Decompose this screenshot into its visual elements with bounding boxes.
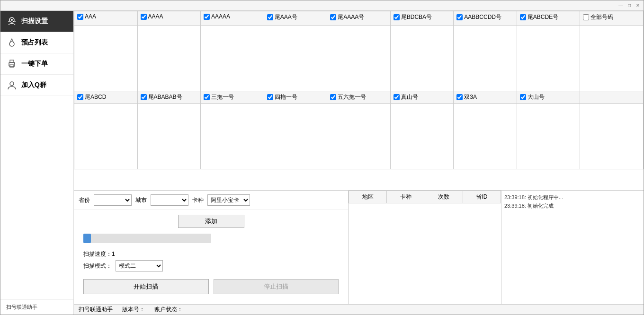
grid-header-all-code: 全部号码 (580, 11, 644, 26)
grid-header-tail-abcd: 尾ABCD (74, 91, 138, 104)
checkbox-text-da-shan: 大山号 (528, 93, 545, 101)
data-table-header-row: 地区 卡种 次数 省ID (349, 191, 501, 203)
checkbox-text-tail-abcde: 尾ABCDE号 (528, 13, 558, 21)
checkbox-text-tail-abcd: 尾ABCD (85, 93, 106, 101)
grid-cell-double-3a (454, 104, 517, 169)
grid-table: AAA AAAA (74, 11, 644, 169)
checkbox-aabbccdd[interactable] (456, 14, 463, 20)
data-table: 地区 卡种 次数 省ID (349, 191, 501, 203)
grid-cell-tail-abcde (517, 26, 580, 91)
grid-cell-tail-aaaa (327, 26, 391, 91)
content-area: AAA AAAA (74, 11, 644, 315)
grid-header-da-shan: 大山号 (517, 91, 580, 104)
grid-cell-zhen-shan (390, 104, 454, 169)
checkbox-tail-aaaa[interactable] (330, 14, 336, 20)
medal-icon (6, 37, 18, 48)
checkbox-tail-ababab[interactable] (141, 94, 147, 100)
checkbox-five-six-pull-one[interactable] (330, 94, 336, 100)
col-region: 地区 (349, 191, 387, 203)
action-buttons: 开始扫描 停止扫描 (79, 275, 343, 298)
grid-cell-tail-abcd (74, 104, 138, 169)
log-area: 23:39:18: 初始化程序中... 23:39:18: 初始化完成 (501, 191, 644, 304)
col-province-id: 省ID (463, 191, 501, 203)
start-scan-button[interactable]: 开始扫描 (83, 279, 209, 294)
grid-cell-tail-ababab (137, 104, 201, 169)
slider-container (79, 232, 343, 246)
checkbox-zhen-shan[interactable] (394, 94, 400, 100)
checkbox-three-pull-one[interactable] (204, 94, 210, 100)
grid-cell-four-pull-one (264, 104, 327, 169)
sidebar-item-scan[interactable]: 扫描设置 (0, 11, 73, 32)
grid-body-row1 (74, 26, 644, 91)
checkbox-tail-aaa[interactable] (267, 14, 273, 20)
checkbox-tail-bdcba[interactable] (394, 14, 400, 20)
scan-speed-slider[interactable] (83, 234, 211, 243)
scan-mode-row: 扫描模式： 模式一 模式二 模式三 (83, 260, 339, 271)
scan-mode-select[interactable]: 模式一 模式二 模式三 (116, 260, 163, 271)
checkbox-text-aaaa: AAAA (148, 13, 163, 20)
sidebar-item-qq-label: 加入Q群 (21, 81, 46, 89)
scan-mode-label: 扫描模式： (83, 262, 112, 270)
grid-header-tail-aaaa: 尾AAAA号 (327, 11, 391, 26)
grid-header-row2: 尾ABCD 尾ABABAB号 (74, 91, 644, 104)
checkbox-text-four-pull-one: 四拖一号 (275, 93, 297, 101)
stop-scan-button[interactable]: 停止扫描 (214, 279, 339, 294)
grid-cell-aaaa (137, 26, 201, 91)
checkbox-all-code[interactable] (583, 14, 589, 20)
checkbox-aaa[interactable] (77, 14, 83, 20)
control-body: 添加 扫描速度：1 扫描模式： 模式一 (74, 210, 348, 303)
checkbox-text-aabbccdd: AABBCCDD号 (464, 13, 501, 21)
grid-header-tail-bdcba: 尾BDCBA号 (390, 11, 454, 26)
sidebar-item-reserve[interactable]: 预占列表 (0, 32, 73, 53)
sidebar-item-qq[interactable]: 加入Q群 (0, 75, 73, 96)
user-icon (6, 79, 18, 91)
grid-header-tail-aaa: 尾AAA号 (264, 11, 327, 26)
sidebar-item-order[interactable]: 一键下单 (0, 53, 73, 75)
checkbox-tail-abcde[interactable] (520, 14, 526, 20)
checkbox-four-pull-one[interactable] (267, 94, 273, 100)
add-button[interactable]: 添加 (178, 215, 244, 228)
main-content: 扫描设置 预占列表 (0, 11, 644, 315)
checkbox-label-aaa: AAA (77, 13, 134, 20)
window-controls: — □ ✕ (617, 2, 642, 9)
province-select[interactable] (94, 194, 132, 206)
grid-header-aabbccdd: AABBCCDD号 (454, 11, 517, 26)
close-button[interactable]: ✕ (634, 2, 642, 9)
checkbox-aaaaa[interactable] (204, 14, 210, 20)
bottom-panel: 省份 城市 卡种 阿里小宝卡 其他卡种 (74, 191, 644, 304)
checkbox-text-three-pull-one: 三拖一号 (211, 93, 234, 101)
grid-cell-aaa (74, 26, 138, 91)
city-select[interactable] (151, 194, 188, 206)
print-icon (6, 58, 18, 70)
svg-point-9 (10, 82, 14, 86)
checkbox-text-double-3a: 双3A (464, 93, 477, 101)
grid-header-tail-abcde: 尾ABCDE号 (517, 11, 580, 26)
scan-speed-row: 扫描速度：1 (83, 250, 339, 258)
checkbox-text-tail-ababab: 尾ABABAB号 (148, 93, 182, 101)
grid-header-five-six-pull-one: 五六拖一号 (327, 91, 391, 104)
maximize-button[interactable]: □ (626, 2, 633, 9)
footer-version: 版本号： (122, 306, 145, 314)
card-type-select[interactable]: 阿里小宝卡 其他卡种 (207, 194, 250, 206)
app-window: — □ ✕ 扫描设置 (0, 0, 644, 315)
checkbox-da-shan[interactable] (520, 94, 526, 100)
control-header: 省份 城市 卡种 阿里小宝卡 其他卡种 (74, 191, 348, 210)
minimize-button[interactable]: — (617, 2, 625, 9)
middle-table: 地区 卡种 次数 省ID (349, 191, 501, 304)
grid-body-row2 (74, 104, 644, 169)
checkbox-tail-abcd[interactable] (77, 94, 83, 100)
footer-app-name: 扫号联通助手 (79, 306, 113, 314)
grid-header-double-3a: 双3A (454, 91, 517, 104)
log-line-1: 23:39:18: 初始化程序中... (504, 193, 641, 202)
grid-header-aaaa: AAAA (137, 11, 201, 26)
checkbox-aaaa[interactable] (141, 14, 147, 20)
scan-icon (6, 16, 18, 27)
svg-point-1 (11, 19, 13, 21)
footer-account: 账户状态： (154, 306, 183, 314)
grid-cell-aabbccdd (454, 26, 517, 91)
checkbox-text-zhen-shan: 真山号 (401, 93, 418, 101)
app-name: 扫号联通助手 (6, 304, 37, 310)
checkbox-double-3a[interactable] (456, 94, 463, 100)
checkbox-text-tail-aaaa: 尾AAAA号 (338, 13, 364, 21)
city-label: 城市 (135, 196, 147, 204)
